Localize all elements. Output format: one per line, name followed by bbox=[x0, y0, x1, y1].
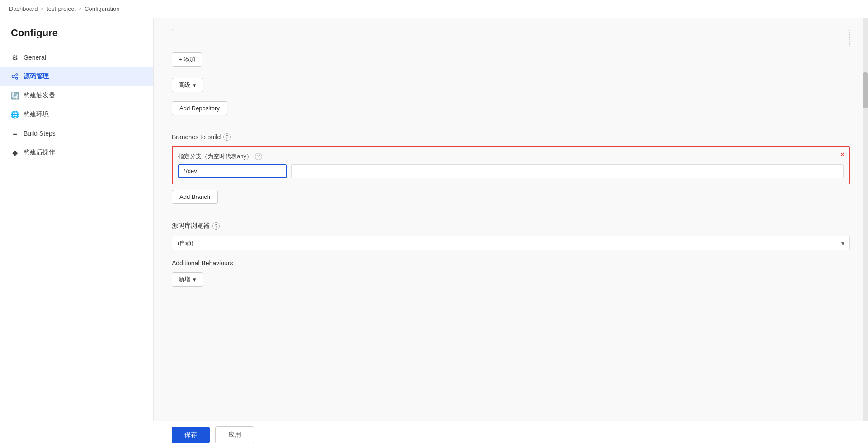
sidebar-item-label: 构建后操作 bbox=[24, 148, 55, 156]
additional-label: Additional Behaviours bbox=[172, 259, 233, 267]
source-browser-select[interactable]: (自动) 手动 bbox=[172, 236, 850, 250]
sidebar-item-label: 构建环境 bbox=[24, 110, 49, 118]
branches-label-row: Branches to build ? bbox=[172, 133, 850, 141]
save-button[interactable]: 保存 bbox=[172, 427, 210, 443]
sidebar-item-general[interactable]: ⚙ General bbox=[0, 48, 153, 67]
sidebar-item-label: General bbox=[24, 54, 46, 61]
advanced-button[interactable]: 高级 ▾ bbox=[172, 78, 203, 92]
scrollbar[interactable] bbox=[863, 18, 868, 421]
branches-help-icon[interactable]: ? bbox=[223, 133, 231, 141]
post-icon: ◆ bbox=[11, 148, 19, 156]
globe-icon: 🌐 bbox=[11, 110, 19, 118]
add-branch-button[interactable]: Add Branch bbox=[172, 190, 218, 204]
advanced-label: 高级 bbox=[179, 81, 190, 89]
add-repository-button[interactable]: Add Repository bbox=[172, 101, 227, 115]
breadcrumb-page: Configuration bbox=[85, 5, 119, 12]
source-browser-help-icon[interactable]: ? bbox=[212, 222, 220, 230]
trigger-icon: 🔄 bbox=[11, 91, 19, 99]
source-browser-select-wrapper: (自动) 手动 bbox=[172, 236, 850, 250]
sidebar: Configure ⚙ General 源码管理 🔄 构建触发器 🌐 bbox=[0, 18, 154, 448]
sidebar-item-build-env[interactable]: 🌐 构建环境 bbox=[0, 105, 153, 124]
branch-row: × 指定分支（为空时代表any） ? bbox=[172, 146, 850, 184]
sidebar-item-build-steps[interactable]: ≡ Build Steps bbox=[0, 124, 153, 143]
new-behaviour-button[interactable]: 新增 ▾ bbox=[172, 272, 203, 287]
add-btn-row: + 添加 bbox=[172, 52, 850, 67]
breadcrumb-project[interactable]: test-project bbox=[47, 5, 75, 12]
add-button[interactable]: + 添加 bbox=[172, 52, 202, 67]
advanced-row: 高级 ▾ bbox=[172, 72, 850, 92]
svg-point-0 bbox=[12, 75, 14, 78]
svg-point-1 bbox=[16, 74, 18, 75]
source-browser-label-row: 源码库浏览器 ? bbox=[172, 222, 850, 230]
sidebar-item-label: Build Steps bbox=[24, 130, 56, 137]
add-branch-row: Add Branch bbox=[172, 190, 850, 213]
svg-line-3 bbox=[14, 75, 16, 76]
additional-behaviours-section: Additional Behaviours 新增 ▾ bbox=[172, 259, 850, 287]
top-section-box bbox=[172, 29, 850, 47]
scrollbar-thumb[interactable] bbox=[863, 72, 868, 108]
breadcrumb: Dashboard > test-project > Configuration bbox=[0, 0, 868, 18]
close-icon[interactable]: × bbox=[840, 151, 844, 159]
branch-input-label: 指定分支（为空时代表any） ? bbox=[178, 152, 844, 160]
breadcrumb-sep2: > bbox=[79, 5, 82, 12]
source-browser-label: 源码库浏览器 bbox=[172, 222, 210, 230]
sidebar-item-build-triggers[interactable]: 🔄 构建触发器 bbox=[0, 86, 153, 105]
new-label: 新增 bbox=[179, 275, 190, 283]
branches-to-build-label: Branches to build bbox=[172, 133, 221, 141]
chevron-down-icon: ▾ bbox=[193, 82, 196, 89]
branch-label-text: 指定分支（为空时代表any） bbox=[178, 152, 252, 160]
apply-button[interactable]: 应用 bbox=[215, 426, 254, 443]
breadcrumb-sep1: > bbox=[41, 5, 44, 12]
sidebar-title: Configure bbox=[0, 27, 153, 48]
svg-line-4 bbox=[14, 77, 16, 78]
branch-specify-input[interactable] bbox=[178, 164, 287, 178]
content-area: + 添加 高级 ▾ Add Repository Branches to bui… bbox=[154, 18, 868, 448]
gear-icon: ⚙ bbox=[11, 53, 19, 61]
source-browser-section: 源码库浏览器 ? (自动) 手动 bbox=[172, 222, 850, 250]
sidebar-item-post-build[interactable]: ◆ 构建后操作 bbox=[0, 143, 153, 162]
bottom-bar: 保存 应用 bbox=[0, 421, 868, 448]
additional-label-row: Additional Behaviours bbox=[172, 259, 850, 267]
sidebar-item-source-management[interactable]: 源码管理 bbox=[0, 67, 153, 86]
source-icon bbox=[11, 72, 19, 80]
chevron-down-icon2: ▾ bbox=[193, 276, 196, 283]
sidebar-item-label: 源码管理 bbox=[24, 72, 49, 80]
add-repository-row: Add Repository bbox=[172, 101, 850, 124]
branch-help-icon[interactable]: ? bbox=[255, 153, 262, 160]
svg-point-2 bbox=[16, 77, 18, 79]
breadcrumb-dashboard[interactable]: Dashboard bbox=[9, 5, 38, 12]
branch-full-input[interactable] bbox=[291, 164, 844, 178]
branch-inputs bbox=[178, 164, 844, 178]
sidebar-item-label: 构建触发器 bbox=[24, 91, 55, 99]
steps-icon: ≡ bbox=[11, 129, 19, 137]
